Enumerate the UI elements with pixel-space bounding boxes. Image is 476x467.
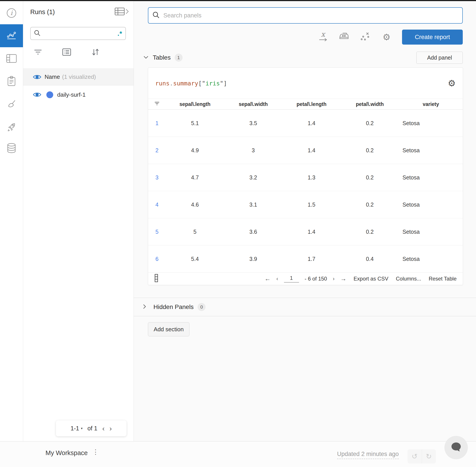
cell-value: 1.4 — [282, 120, 341, 127]
notes-button[interactable] — [0, 74, 23, 90]
column-header[interactable]: sepal\.length — [166, 101, 224, 107]
create-report-button[interactable]: Create report — [402, 30, 463, 45]
panel-search-box — [148, 7, 463, 24]
runs-prev-page-icon[interactable]: ‹ — [102, 425, 105, 432]
runs-page-size-dropdown[interactable]: 1-1 ▾ — [71, 425, 83, 432]
last-page-icon[interactable]: → — [340, 276, 346, 282]
group-runs-button[interactable] — [59, 46, 74, 59]
help-chat-button[interactable] — [444, 436, 468, 459]
table-filter-button[interactable] — [148, 101, 166, 107]
runs-search-box: .* — [30, 27, 126, 40]
cell-value: 1.3 — [282, 174, 341, 181]
tables-collapse-toggle[interactable] — [143, 55, 151, 60]
filter-icon — [154, 101, 160, 107]
runs-table-expand-button[interactable] — [115, 7, 129, 16]
column-header[interactable]: petal\.length — [282, 101, 341, 107]
row-index-link[interactable]: 5 — [148, 229, 166, 235]
table-pagination-bar: ← ‹ - 6 of 150 › → Export as CSV Columns… — [148, 272, 463, 285]
page-number-input[interactable] — [284, 275, 299, 283]
prev-page-icon[interactable]: ‹ — [277, 276, 278, 281]
cell-value: Setosa — [399, 120, 463, 127]
launch-button[interactable] — [0, 120, 23, 135]
eye-visibility-icon[interactable] — [33, 91, 41, 98]
workspace-toolbar: x ⚙ Create report — [148, 29, 463, 45]
clipboard-icon — [7, 76, 16, 87]
add-section-button[interactable]: Add section — [148, 322, 189, 336]
first-page-icon[interactable]: ← — [264, 276, 271, 282]
charts-tab-active[interactable] — [0, 24, 23, 47]
panel-title-expression: runs.summary["iris"] — [155, 80, 227, 87]
broom-icon — [6, 99, 17, 111]
code-string: iris — [206, 80, 220, 87]
runs-page-range: 1-1 — [71, 425, 79, 432]
tables-section-header: Tables 1 Add panel — [148, 52, 463, 64]
cell-value: 1.4 — [282, 229, 341, 235]
tables-section-title: Tables — [153, 54, 171, 61]
runs-pagination: 1-1 ▾ of 1 ‹ › — [56, 420, 127, 436]
updated-timestamp[interactable]: Updated 2 minutes ago — [337, 451, 399, 459]
code-dot: . — [170, 80, 173, 87]
svg-text:x: x — [321, 31, 326, 39]
panels-layout-icon — [6, 54, 17, 64]
cell-value: 3.9 — [224, 256, 282, 262]
table-row: 4 4.6 3.1 1.5 0.2 Setosa — [148, 191, 463, 218]
cell-value: 3 — [224, 147, 282, 154]
table-panel-card: runs.summary["iris"] ⚙ sepal\.length sep… — [148, 67, 463, 285]
runs-page-total: of 1 — [87, 425, 97, 432]
code-quote: " — [202, 80, 205, 87]
code-quote: " — [220, 80, 224, 87]
sweep-button[interactable] — [0, 97, 23, 113]
filter-icon — [34, 49, 42, 56]
sort-runs-button[interactable] — [88, 46, 103, 59]
cell-value: 0.2 — [341, 174, 399, 181]
x-axis-settings-button[interactable]: x — [317, 31, 329, 43]
info-button[interactable]: i — [0, 5, 23, 21]
row-index-link[interactable]: 4 — [148, 202, 166, 208]
workspace-settings-button[interactable]: ⚙ — [380, 31, 393, 43]
column-header[interactable]: petal\.width — [341, 101, 399, 107]
code-attr: summary — [173, 80, 198, 87]
panel-search-input[interactable] — [163, 12, 458, 19]
runs-search-input[interactable] — [41, 30, 118, 37]
row-index-link[interactable]: 6 — [148, 256, 166, 262]
undo-icon[interactable]: ↺ — [408, 449, 422, 464]
eye-visibility-icon[interactable] — [33, 74, 41, 80]
sort-icon — [91, 48, 100, 57]
runs-next-page-icon[interactable]: › — [109, 425, 112, 432]
export-csv-button[interactable]: Export as CSV — [354, 276, 388, 282]
filter-runs-button[interactable] — [30, 46, 46, 59]
outliers-settings-button[interactable] — [359, 31, 371, 43]
column-header[interactable]: variety — [399, 101, 463, 107]
column-header[interactable]: sepal\.width — [224, 101, 282, 107]
panel-settings-gear-icon[interactable]: ⚙ — [448, 79, 456, 88]
run-row-daily-surf-1[interactable]: daily-surf-1 — [23, 86, 133, 104]
table-header-row: sepal\.length sepal\.width petal\.length… — [148, 99, 463, 110]
row-index-link[interactable]: 1 — [148, 120, 166, 127]
cell-value: 4.7 — [166, 174, 224, 181]
artifacts-button[interactable] — [0, 141, 23, 156]
next-page-icon[interactable]: › — [333, 276, 334, 281]
redo-icon[interactable]: ↻ — [422, 449, 436, 464]
row-index-link[interactable]: 2 — [148, 147, 166, 154]
column-view-icon[interactable] — [154, 274, 158, 284]
regex-toggle-icon[interactable]: .* — [118, 31, 122, 36]
chat-bubble-icon — [450, 441, 463, 454]
chevron-right-icon — [125, 8, 129, 16]
cell-value: 5.1 — [166, 120, 224, 127]
iron-icon — [339, 32, 350, 42]
cell-value: 0.2 — [341, 147, 399, 154]
panels-layout-button[interactable] — [0, 51, 23, 67]
cell-value: 0.4 — [341, 256, 399, 262]
cell-value: 1.4 — [282, 147, 341, 154]
row-index-link[interactable]: 3 — [148, 174, 166, 181]
smoothing-settings-button[interactable] — [338, 31, 350, 43]
hidden-panels-toggle[interactable] — [142, 304, 150, 310]
search-icon — [34, 30, 41, 38]
visualized-count-label: (1 visualized) — [62, 74, 96, 80]
workspace-menu-icon[interactable]: ⋮ — [92, 448, 99, 456]
reset-table-button[interactable]: Reset Table — [429, 276, 457, 282]
add-panel-button[interactable]: Add panel — [416, 52, 463, 64]
code-object: runs — [155, 80, 170, 87]
hidden-panels-section-header: Hidden Panels 0 — [133, 298, 476, 316]
columns-button[interactable]: Columns... — [396, 276, 421, 282]
